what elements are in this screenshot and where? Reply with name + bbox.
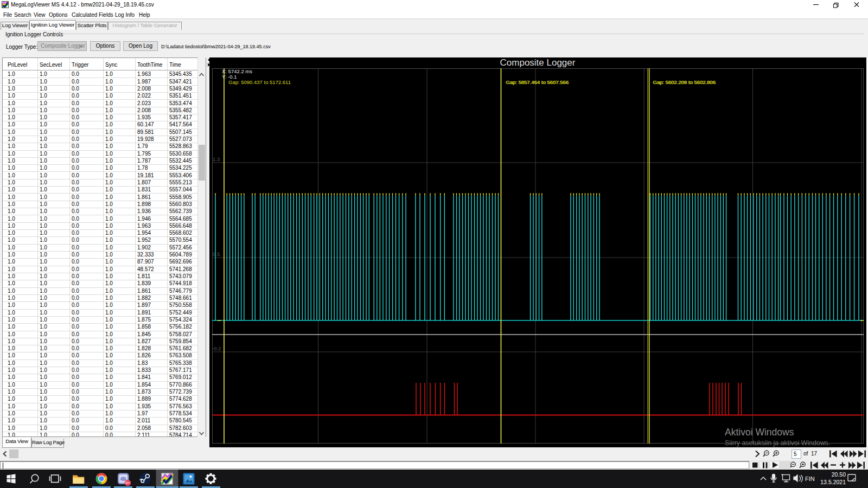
svg-text:9+: 9+ <box>125 480 130 485</box>
svg-text:Gap: 5857.464 to 5607.566: Gap: 5857.464 to 5607.566 <box>506 79 569 85</box>
svg-text:Siirry asetuksiin ja aktivoi W: Siirry asetuksiin ja aktivoi Windows. <box>725 439 830 447</box>
svg-text:FIN: FIN <box>805 476 815 482</box>
svg-text:-0.2: -0.2 <box>212 345 221 351</box>
svg-text:Gap: 5602.208 to 5602.806: Gap: 5602.208 to 5602.806 <box>653 79 716 85</box>
svg-text:Gap: 5090.437 to 5172.611: Gap: 5090.437 to 5172.611 <box>228 79 291 85</box>
svg-text:Aktivoi Windows: Aktivoi Windows <box>725 427 794 438</box>
svg-text:1.3: 1.3 <box>213 156 220 162</box>
svg-text:Composite Logger: Composite Logger <box>500 57 576 68</box>
svg-text:0.5: 0.5 <box>213 251 220 257</box>
